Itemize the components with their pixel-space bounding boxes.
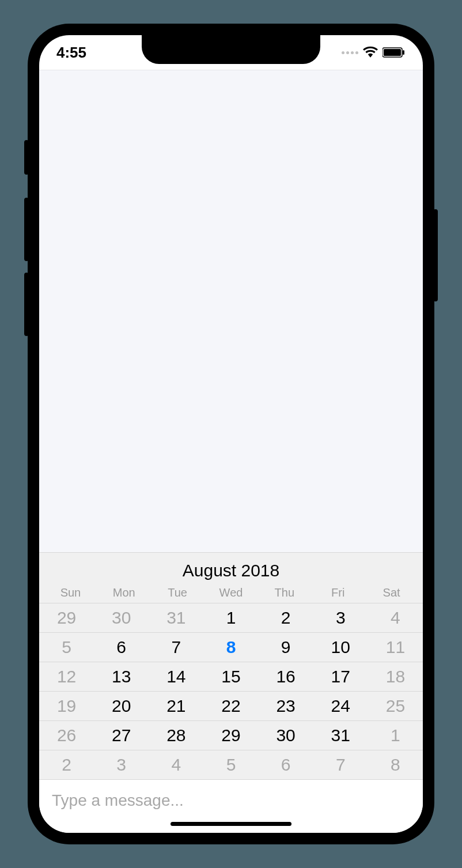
calendar-day[interactable]: 22 xyxy=(203,691,258,720)
calendar-month-title: August 2018 xyxy=(39,553,423,586)
notch xyxy=(142,35,320,64)
weekday-label: Fri xyxy=(311,586,365,599)
calendar-day[interactable]: 5 xyxy=(203,750,258,779)
calendar-day[interactable]: 27 xyxy=(94,720,149,750)
calendar-day[interactable]: 31 xyxy=(149,603,203,632)
home-indicator[interactable] xyxy=(171,822,291,826)
calendar-weekday-row: Sun Mon Tue Wed Thu Fri Sat xyxy=(39,586,423,603)
calendar-day[interactable]: 6 xyxy=(259,750,313,779)
calendar-day[interactable]: 29 xyxy=(203,720,258,750)
calendar-day[interactable]: 7 xyxy=(313,750,368,779)
weekday-label: Wed xyxy=(205,586,258,599)
calendar-day[interactable]: 7 xyxy=(149,632,203,662)
calendar-day[interactable]: 4 xyxy=(149,750,203,779)
calendar-day[interactable]: 13 xyxy=(94,662,149,691)
calendar-day[interactable]: 11 xyxy=(368,632,423,662)
screen: 4:55 August 2018 Sun Mon Tue Wed xyxy=(39,35,423,833)
weekday-label: Mon xyxy=(97,586,151,599)
calendar-day[interactable]: 16 xyxy=(259,662,313,691)
cellular-dots-icon xyxy=(342,51,358,54)
weekday-label: Sun xyxy=(44,586,97,599)
calendar-day[interactable]: 1 xyxy=(203,603,258,632)
calendar-day[interactable]: 31 xyxy=(313,720,368,750)
calendar-day[interactable]: 14 xyxy=(149,662,203,691)
volume-up-button xyxy=(24,198,29,261)
calendar-day[interactable]: 9 xyxy=(259,632,313,662)
power-button xyxy=(433,209,438,301)
calendar-day[interactable]: 18 xyxy=(368,662,423,691)
volume-down-button xyxy=(24,273,29,336)
calendar-day[interactable]: 10 xyxy=(313,632,368,662)
message-input[interactable] xyxy=(52,791,410,810)
svg-rect-2 xyxy=(403,50,404,55)
chat-content-area[interactable] xyxy=(39,70,423,552)
battery-icon xyxy=(383,44,406,62)
calendar-day[interactable]: 15 xyxy=(203,662,258,691)
calendar-day[interactable]: 23 xyxy=(259,691,313,720)
weekday-label: Sat xyxy=(365,586,418,599)
calendar-day[interactable]: 21 xyxy=(149,691,203,720)
calendar-days-grid: 2930311234567891011121314151617181920212… xyxy=(39,603,423,779)
calendar-day[interactable]: 20 xyxy=(94,691,149,720)
calendar-day[interactable]: 17 xyxy=(313,662,368,691)
calendar-picker: August 2018 Sun Mon Tue Wed Thu Fri Sat … xyxy=(39,552,423,779)
calendar-day[interactable]: 1 xyxy=(368,720,423,750)
calendar-day[interactable]: 19 xyxy=(39,691,94,720)
status-icons xyxy=(342,44,406,62)
calendar-day[interactable]: 3 xyxy=(313,603,368,632)
calendar-day[interactable]: 3 xyxy=(94,750,149,779)
weekday-label: Tue xyxy=(151,586,205,599)
calendar-day[interactable]: 8 xyxy=(203,632,258,662)
status-time: 4:55 xyxy=(56,44,86,62)
calendar-day[interactable]: 4 xyxy=(368,603,423,632)
calendar-day[interactable]: 2 xyxy=(259,603,313,632)
calendar-day[interactable]: 28 xyxy=(149,720,203,750)
wifi-icon xyxy=(363,44,378,62)
calendar-day[interactable]: 30 xyxy=(94,603,149,632)
phone-frame: 4:55 August 2018 Sun Mon Tue Wed xyxy=(29,25,433,843)
calendar-day[interactable]: 12 xyxy=(39,662,94,691)
calendar-day[interactable]: 24 xyxy=(313,691,368,720)
weekday-label: Thu xyxy=(257,586,311,599)
calendar-day[interactable]: 8 xyxy=(368,750,423,779)
calendar-day[interactable]: 2 xyxy=(39,750,94,779)
calendar-day[interactable]: 26 xyxy=(39,720,94,750)
calendar-day[interactable]: 25 xyxy=(368,691,423,720)
calendar-day[interactable]: 5 xyxy=(39,632,94,662)
calendar-day[interactable]: 6 xyxy=(94,632,149,662)
svg-rect-1 xyxy=(384,49,401,56)
mute-switch xyxy=(24,140,29,175)
calendar-day[interactable]: 30 xyxy=(259,720,313,750)
calendar-day[interactable]: 29 xyxy=(39,603,94,632)
